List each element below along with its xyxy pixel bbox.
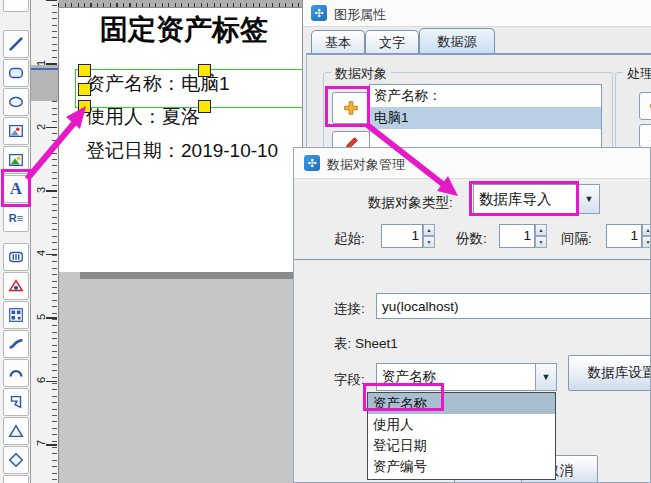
chevron-down-icon: ▼ bbox=[542, 372, 551, 382]
add-data-object-button[interactable] bbox=[332, 92, 370, 124]
spinner-down-icon[interactable]: ▼ bbox=[535, 236, 547, 248]
image-tool-button[interactable] bbox=[3, 117, 29, 145]
ruler-number: 2 bbox=[35, 120, 47, 134]
spinner-down-icon[interactable]: ▼ bbox=[642, 236, 651, 248]
arc-tool-button[interactable] bbox=[3, 359, 29, 387]
dialog-titlebar[interactable]: ✣ 图形属性 bbox=[303, 0, 651, 27]
ruler-number: 7 bbox=[35, 436, 47, 450]
arc-icon bbox=[7, 364, 25, 382]
dropdown-item-selected[interactable]: 资产名称 bbox=[368, 393, 555, 414]
picture-tool-button[interactable] bbox=[3, 146, 29, 174]
data-object-type-value[interactable]: 数据库导入 bbox=[473, 184, 577, 214]
dialog-titlebar[interactable]: ✣ 数据对象管理 bbox=[294, 148, 650, 179]
ruler-ticks bbox=[58, 3, 302, 7]
separator bbox=[294, 259, 651, 260]
ellipse-tool-button[interactable] bbox=[3, 88, 29, 116]
start-spinner[interactable]: 1 ▲▼ bbox=[381, 224, 435, 248]
horizontal-ruler bbox=[58, 0, 302, 8]
ruler-selection-marker bbox=[31, 68, 58, 70]
chevron-down-icon: ▼ bbox=[585, 194, 594, 204]
tab-label: 基本 bbox=[325, 34, 351, 52]
field-dropdown-button[interactable]: ▼ bbox=[535, 363, 557, 391]
group-title: 处理 bbox=[623, 65, 651, 83]
text-tool-button[interactable]: A bbox=[3, 175, 29, 203]
rotate-tool-button[interactable] bbox=[3, 0, 29, 12]
tab-basic[interactable]: 基本 bbox=[311, 30, 365, 54]
selection-handle[interactable] bbox=[78, 64, 91, 77]
list-item[interactable]: 资产名称： bbox=[370, 85, 601, 107]
app-window: A R≡ 1 2 bbox=[0, 0, 651, 483]
spinner-value[interactable]: 1 bbox=[381, 224, 423, 248]
rounded-rect-tool-button[interactable] bbox=[3, 59, 29, 87]
curve-icon bbox=[7, 335, 25, 353]
connection-field[interactable]: yu(localhost) bbox=[376, 293, 651, 319]
logo-tool-button[interactable] bbox=[3, 272, 29, 300]
graphic-properties-dialog: ✣ 图形属性 基本 文字 数据源 数据对象 资产名称： 电脑1 处理 bbox=[302, 0, 651, 148]
ruler-selection-extent bbox=[31, 65, 58, 101]
partial-tool-button[interactable] bbox=[3, 475, 29, 483]
list-item-selected[interactable]: 电脑1 bbox=[370, 107, 601, 129]
edit-data-object-button[interactable] bbox=[332, 131, 370, 148]
selection-handle[interactable] bbox=[78, 100, 91, 113]
spinner-up-icon[interactable]: ▲ bbox=[423, 224, 435, 236]
data-object-list: 资产名称： 电脑1 bbox=[369, 84, 602, 148]
table-label: 表: Sheet1 bbox=[334, 335, 398, 353]
label-title-text[interactable]: 固定资产标签 bbox=[100, 11, 300, 49]
field-combo-value[interactable]: 资产名称 bbox=[376, 363, 536, 391]
spinner-value[interactable]: 1 bbox=[606, 224, 642, 248]
image-icon bbox=[7, 122, 25, 140]
plus-icon bbox=[342, 99, 360, 117]
tab-text[interactable]: 文字 bbox=[365, 30, 419, 54]
qrcode-icon bbox=[7, 306, 25, 324]
line-tool-button[interactable] bbox=[3, 30, 29, 58]
spinner-up-icon[interactable]: ▲ bbox=[535, 224, 547, 236]
curve-tool-button[interactable] bbox=[3, 330, 29, 358]
selection-handle[interactable] bbox=[198, 64, 211, 77]
dialog-title: 图形属性 bbox=[334, 6, 386, 24]
process-add-button[interactable] bbox=[639, 92, 651, 120]
tab-label: 数据源 bbox=[438, 33, 477, 51]
data-object-type-label: 数据对象类型: bbox=[368, 194, 453, 212]
ruler-number: 6 bbox=[35, 373, 47, 387]
dropdown-item[interactable]: 使用人 bbox=[368, 414, 555, 435]
polygon-icon bbox=[7, 393, 25, 411]
interval-spinner[interactable]: 1 ▲▼ bbox=[606, 224, 651, 248]
qrcode-tool-button[interactable] bbox=[3, 301, 29, 329]
richtext-icon: R≡ bbox=[9, 212, 23, 224]
barcode-tool-button[interactable] bbox=[3, 243, 29, 271]
richtext-tool-button[interactable]: R≡ bbox=[3, 204, 29, 232]
page-shadow bbox=[80, 272, 302, 279]
spinner-up-icon[interactable]: ▲ bbox=[642, 224, 651, 236]
field-label: 字段: bbox=[334, 371, 365, 389]
copies-label: 份数: bbox=[456, 230, 487, 248]
data-object-manager-dialog: ✣ 数据对象管理 数据对象类型: 数据库导入 ▼ 起始: 1 ▲▼ 份数: 1 … bbox=[293, 147, 651, 483]
dropdown-item[interactable]: 登记日期 bbox=[368, 435, 555, 456]
tab-datasource[interactable]: 数据源 bbox=[419, 28, 495, 54]
selection-handle[interactable] bbox=[198, 100, 211, 113]
process-edit-button[interactable] bbox=[639, 124, 651, 148]
label-field-user[interactable]: 使用人：夏洛 bbox=[86, 104, 200, 130]
tab-label: 文字 bbox=[379, 34, 405, 52]
ellipse-icon bbox=[7, 93, 25, 111]
diamond-tool-button[interactable] bbox=[3, 446, 29, 474]
selection-handle[interactable] bbox=[78, 83, 91, 96]
ruler-number: 3 bbox=[35, 183, 47, 197]
triangle-tool-button[interactable] bbox=[3, 417, 29, 445]
polygon-tool-button[interactable] bbox=[3, 388, 29, 416]
database-settings-button[interactable]: 数据库设置 bbox=[568, 355, 651, 391]
rotate-icon bbox=[7, 0, 25, 7]
copies-spinner[interactable]: 1 ▲▼ bbox=[499, 224, 547, 248]
barcode-icon bbox=[7, 248, 25, 266]
text-tool-icon: A bbox=[10, 179, 22, 199]
picture-icon bbox=[7, 151, 25, 169]
ruler-number: 5 bbox=[35, 310, 47, 324]
type-dropdown-button[interactable]: ▼ bbox=[578, 184, 600, 214]
dropdown-item[interactable]: 资产编号 bbox=[368, 456, 555, 477]
spinner-down-icon[interactable]: ▼ bbox=[423, 236, 435, 248]
field-dropdown-list: 资产名称 使用人 登记日期 资产编号 bbox=[367, 392, 556, 480]
label-field-date[interactable]: 登记日期：2019-10-10 bbox=[86, 138, 278, 164]
spinner-value[interactable]: 1 bbox=[499, 224, 535, 248]
dialog-title: 数据对象管理 bbox=[327, 156, 405, 174]
line-icon bbox=[7, 35, 25, 53]
app-logo-icon: ✣ bbox=[304, 155, 320, 171]
